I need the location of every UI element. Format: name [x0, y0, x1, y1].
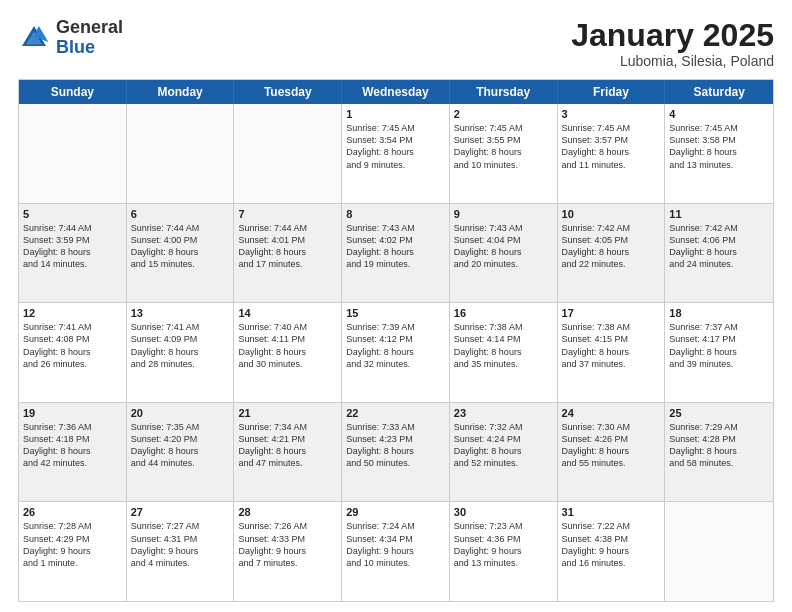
- table-row: 19Sunrise: 7:36 AM Sunset: 4:18 PM Dayli…: [19, 403, 127, 502]
- logo-icon: [18, 22, 50, 54]
- day-number: 16: [454, 307, 553, 319]
- logo: General Blue: [18, 18, 123, 58]
- table-row: 17Sunrise: 7:38 AM Sunset: 4:15 PM Dayli…: [558, 303, 666, 402]
- cell-info: Sunrise: 7:38 AM Sunset: 4:15 PM Dayligh…: [562, 321, 661, 370]
- table-row: 3Sunrise: 7:45 AM Sunset: 3:57 PM Daylig…: [558, 104, 666, 203]
- cell-info: Sunrise: 7:45 AM Sunset: 3:58 PM Dayligh…: [669, 122, 769, 171]
- cell-info: Sunrise: 7:45 AM Sunset: 3:57 PM Dayligh…: [562, 122, 661, 171]
- day-number: 29: [346, 506, 445, 518]
- cell-info: Sunrise: 7:45 AM Sunset: 3:54 PM Dayligh…: [346, 122, 445, 171]
- title-location: Lubomia, Silesia, Poland: [571, 53, 774, 69]
- table-row: 23Sunrise: 7:32 AM Sunset: 4:24 PM Dayli…: [450, 403, 558, 502]
- cell-info: Sunrise: 7:44 AM Sunset: 4:01 PM Dayligh…: [238, 222, 337, 271]
- cell-info: Sunrise: 7:30 AM Sunset: 4:26 PM Dayligh…: [562, 421, 661, 470]
- logo-general: General: [56, 17, 123, 37]
- day-number: 17: [562, 307, 661, 319]
- day-number: 25: [669, 407, 769, 419]
- cell-info: Sunrise: 7:23 AM Sunset: 4:36 PM Dayligh…: [454, 520, 553, 569]
- table-row: 25Sunrise: 7:29 AM Sunset: 4:28 PM Dayli…: [665, 403, 773, 502]
- table-row: 27Sunrise: 7:27 AM Sunset: 4:31 PM Dayli…: [127, 502, 235, 601]
- header-sunday: Sunday: [19, 80, 127, 104]
- cell-info: Sunrise: 7:35 AM Sunset: 4:20 PM Dayligh…: [131, 421, 230, 470]
- header-thursday: Thursday: [450, 80, 558, 104]
- day-number: 8: [346, 208, 445, 220]
- day-number: 24: [562, 407, 661, 419]
- cell-info: Sunrise: 7:32 AM Sunset: 4:24 PM Dayligh…: [454, 421, 553, 470]
- calendar-body: 1Sunrise: 7:45 AM Sunset: 3:54 PM Daylig…: [19, 104, 773, 601]
- cell-info: Sunrise: 7:28 AM Sunset: 4:29 PM Dayligh…: [23, 520, 122, 569]
- table-row: [19, 104, 127, 203]
- table-row: 28Sunrise: 7:26 AM Sunset: 4:33 PM Dayli…: [234, 502, 342, 601]
- day-number: 28: [238, 506, 337, 518]
- day-number: 19: [23, 407, 122, 419]
- title-month: January 2025: [571, 18, 774, 53]
- day-number: 3: [562, 108, 661, 120]
- header-monday: Monday: [127, 80, 235, 104]
- day-number: 31: [562, 506, 661, 518]
- day-number: 22: [346, 407, 445, 419]
- cell-info: Sunrise: 7:42 AM Sunset: 4:06 PM Dayligh…: [669, 222, 769, 271]
- day-number: 15: [346, 307, 445, 319]
- day-number: 30: [454, 506, 553, 518]
- table-row: 8Sunrise: 7:43 AM Sunset: 4:02 PM Daylig…: [342, 204, 450, 303]
- day-number: 7: [238, 208, 337, 220]
- table-row: 24Sunrise: 7:30 AM Sunset: 4:26 PM Dayli…: [558, 403, 666, 502]
- table-row: 14Sunrise: 7:40 AM Sunset: 4:11 PM Dayli…: [234, 303, 342, 402]
- table-row: 15Sunrise: 7:39 AM Sunset: 4:12 PM Dayli…: [342, 303, 450, 402]
- cell-info: Sunrise: 7:39 AM Sunset: 4:12 PM Dayligh…: [346, 321, 445, 370]
- table-row: 6Sunrise: 7:44 AM Sunset: 4:00 PM Daylig…: [127, 204, 235, 303]
- cell-info: Sunrise: 7:41 AM Sunset: 4:09 PM Dayligh…: [131, 321, 230, 370]
- calendar-row: 1Sunrise: 7:45 AM Sunset: 3:54 PM Daylig…: [19, 104, 773, 203]
- cell-info: Sunrise: 7:24 AM Sunset: 4:34 PM Dayligh…: [346, 520, 445, 569]
- calendar-row: 19Sunrise: 7:36 AM Sunset: 4:18 PM Dayli…: [19, 402, 773, 502]
- header-friday: Friday: [558, 80, 666, 104]
- cell-info: Sunrise: 7:44 AM Sunset: 3:59 PM Dayligh…: [23, 222, 122, 271]
- day-number: 27: [131, 506, 230, 518]
- cell-info: Sunrise: 7:36 AM Sunset: 4:18 PM Dayligh…: [23, 421, 122, 470]
- day-number: 10: [562, 208, 661, 220]
- day-number: 13: [131, 307, 230, 319]
- table-row: 10Sunrise: 7:42 AM Sunset: 4:05 PM Dayli…: [558, 204, 666, 303]
- day-number: 23: [454, 407, 553, 419]
- day-number: 18: [669, 307, 769, 319]
- calendar-row: 26Sunrise: 7:28 AM Sunset: 4:29 PM Dayli…: [19, 501, 773, 601]
- table-row: 7Sunrise: 7:44 AM Sunset: 4:01 PM Daylig…: [234, 204, 342, 303]
- table-row: 11Sunrise: 7:42 AM Sunset: 4:06 PM Dayli…: [665, 204, 773, 303]
- title-block: January 2025 Lubomia, Silesia, Poland: [571, 18, 774, 69]
- day-number: 11: [669, 208, 769, 220]
- header-tuesday: Tuesday: [234, 80, 342, 104]
- header-wednesday: Wednesday: [342, 80, 450, 104]
- day-number: 14: [238, 307, 337, 319]
- day-number: 12: [23, 307, 122, 319]
- calendar-row: 5Sunrise: 7:44 AM Sunset: 3:59 PM Daylig…: [19, 203, 773, 303]
- day-number: 9: [454, 208, 553, 220]
- cell-info: Sunrise: 7:40 AM Sunset: 4:11 PM Dayligh…: [238, 321, 337, 370]
- calendar: Sunday Monday Tuesday Wednesday Thursday…: [18, 79, 774, 602]
- table-row: 4Sunrise: 7:45 AM Sunset: 3:58 PM Daylig…: [665, 104, 773, 203]
- day-number: 2: [454, 108, 553, 120]
- cell-info: Sunrise: 7:43 AM Sunset: 4:04 PM Dayligh…: [454, 222, 553, 271]
- day-number: 6: [131, 208, 230, 220]
- table-row: 20Sunrise: 7:35 AM Sunset: 4:20 PM Dayli…: [127, 403, 235, 502]
- cell-info: Sunrise: 7:43 AM Sunset: 4:02 PM Dayligh…: [346, 222, 445, 271]
- table-row: 29Sunrise: 7:24 AM Sunset: 4:34 PM Dayli…: [342, 502, 450, 601]
- day-number: 4: [669, 108, 769, 120]
- logo-text: General Blue: [56, 18, 123, 58]
- cell-info: Sunrise: 7:29 AM Sunset: 4:28 PM Dayligh…: [669, 421, 769, 470]
- cell-info: Sunrise: 7:41 AM Sunset: 4:08 PM Dayligh…: [23, 321, 122, 370]
- cell-info: Sunrise: 7:27 AM Sunset: 4:31 PM Dayligh…: [131, 520, 230, 569]
- table-row: 26Sunrise: 7:28 AM Sunset: 4:29 PM Dayli…: [19, 502, 127, 601]
- day-number: 21: [238, 407, 337, 419]
- cell-info: Sunrise: 7:42 AM Sunset: 4:05 PM Dayligh…: [562, 222, 661, 271]
- table-row: 18Sunrise: 7:37 AM Sunset: 4:17 PM Dayli…: [665, 303, 773, 402]
- table-row: 1Sunrise: 7:45 AM Sunset: 3:54 PM Daylig…: [342, 104, 450, 203]
- table-row: 12Sunrise: 7:41 AM Sunset: 4:08 PM Dayli…: [19, 303, 127, 402]
- table-row: [234, 104, 342, 203]
- table-row: [665, 502, 773, 601]
- day-number: 1: [346, 108, 445, 120]
- cell-info: Sunrise: 7:38 AM Sunset: 4:14 PM Dayligh…: [454, 321, 553, 370]
- day-number: 5: [23, 208, 122, 220]
- cell-info: Sunrise: 7:33 AM Sunset: 4:23 PM Dayligh…: [346, 421, 445, 470]
- cell-info: Sunrise: 7:34 AM Sunset: 4:21 PM Dayligh…: [238, 421, 337, 470]
- table-row: 5Sunrise: 7:44 AM Sunset: 3:59 PM Daylig…: [19, 204, 127, 303]
